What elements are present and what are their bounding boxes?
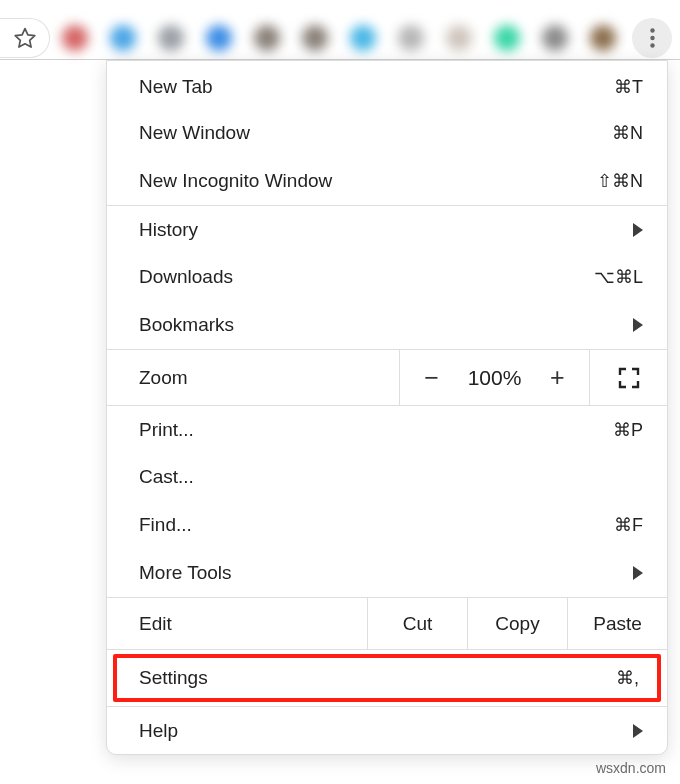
chevron-right-icon	[633, 318, 643, 332]
edit-paste-button[interactable]: Paste	[567, 598, 667, 649]
menu-label: Help	[139, 720, 178, 742]
edit-label: Edit	[107, 598, 367, 649]
menu-item-find[interactable]: Find... ⌘F	[107, 501, 667, 549]
extension-icon[interactable]	[62, 25, 88, 51]
menu-item-edit: Edit Cut Copy Paste	[107, 597, 667, 649]
menu-label: More Tools	[139, 562, 232, 584]
svg-point-0	[650, 28, 654, 32]
extension-icon[interactable]	[590, 25, 616, 51]
menu-item-downloads[interactable]: Downloads ⌥⌘L	[107, 253, 667, 301]
menu-item-cast[interactable]: Cast...	[107, 453, 667, 501]
menu-item-zoom: Zoom − 100% +	[107, 349, 667, 405]
extension-icon[interactable]	[158, 25, 184, 51]
extension-icon[interactable]	[254, 25, 280, 51]
menu-label: Bookmarks	[139, 314, 234, 336]
settings-highlight: Settings ⌘,	[107, 649, 667, 706]
extensions-strip	[62, 20, 622, 56]
edit-cut-button[interactable]: Cut	[367, 598, 467, 649]
extension-icon[interactable]	[446, 25, 472, 51]
menu-label: History	[139, 219, 198, 241]
menu-label: New Incognito Window	[139, 170, 332, 192]
menu-item-settings[interactable]: Settings ⌘,	[113, 654, 661, 702]
extension-icon[interactable]	[350, 25, 376, 51]
menu-item-more-tools[interactable]: More Tools	[107, 549, 667, 597]
menu-label: Cast...	[139, 466, 194, 488]
menu-item-print[interactable]: Print... ⌘P	[107, 405, 667, 453]
chevron-right-icon	[633, 724, 643, 738]
fullscreen-button[interactable]	[589, 350, 667, 405]
menu-label: New Tab	[139, 76, 213, 98]
menu-shortcut: ⌥⌘L	[594, 266, 643, 288]
zoom-in-button[interactable]: +	[547, 363, 567, 392]
star-icon	[13, 26, 37, 50]
svg-point-1	[650, 36, 654, 40]
menu-item-history[interactable]: History	[107, 205, 667, 253]
menu-shortcut: ⌘N	[612, 122, 643, 144]
menu-label: Downloads	[139, 266, 233, 288]
menu-item-incognito[interactable]: New Incognito Window ⇧⌘N	[107, 157, 667, 205]
menu-shortcut: ⇧⌘N	[597, 170, 643, 192]
chevron-right-icon	[633, 223, 643, 237]
bookmark-star-button[interactable]	[0, 18, 50, 58]
extension-icon[interactable]	[302, 25, 328, 51]
fullscreen-icon	[618, 367, 640, 389]
menu-item-bookmarks[interactable]: Bookmarks	[107, 301, 667, 349]
menu-shortcut: ⌘T	[614, 76, 643, 98]
menu-label: Settings	[139, 667, 208, 689]
extension-icon[interactable]	[542, 25, 568, 51]
browser-menu-button[interactable]	[632, 18, 672, 58]
chevron-right-icon	[633, 566, 643, 580]
menu-item-new-tab[interactable]: New Tab ⌘T	[107, 61, 667, 109]
edit-copy-button[interactable]: Copy	[467, 598, 567, 649]
zoom-label: Zoom	[107, 367, 399, 389]
extension-icon[interactable]	[110, 25, 136, 51]
menu-item-help[interactable]: Help	[107, 706, 667, 754]
watermark: wsxdn.com	[596, 760, 666, 776]
menu-label: Print...	[139, 419, 194, 441]
menu-shortcut: ⌘F	[614, 514, 643, 536]
browser-overflow-menu: New Tab ⌘T New Window ⌘N New Incognito W…	[106, 60, 668, 755]
extension-icon[interactable]	[398, 25, 424, 51]
menu-label: New Window	[139, 122, 250, 144]
vertical-dots-icon	[650, 28, 655, 48]
menu-label: Find...	[139, 514, 192, 536]
menu-item-new-window[interactable]: New Window ⌘N	[107, 109, 667, 157]
svg-point-2	[650, 43, 654, 47]
zoom-value: 100%	[468, 366, 522, 390]
browser-toolbar	[0, 0, 680, 60]
zoom-controls: − 100% +	[399, 350, 589, 405]
extension-icon[interactable]	[206, 25, 232, 51]
menu-shortcut: ⌘,	[616, 667, 639, 689]
menu-shortcut: ⌘P	[613, 419, 643, 441]
zoom-out-button[interactable]: −	[422, 363, 442, 392]
extension-icon[interactable]	[494, 25, 520, 51]
